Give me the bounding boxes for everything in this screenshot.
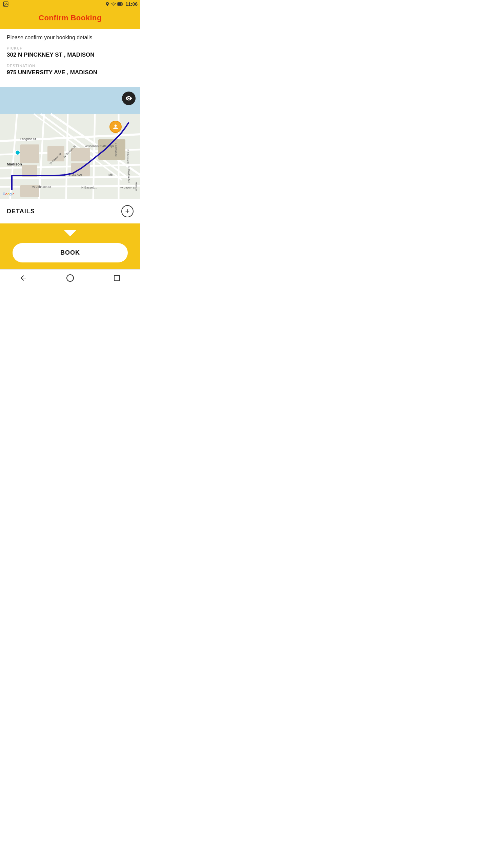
back-button[interactable]	[19, 273, 28, 283]
svg-rect-3	[118, 3, 122, 5]
status-bar-left	[3, 1, 9, 7]
destination-label: DESTINATION	[7, 64, 134, 68]
recents-icon	[113, 274, 121, 282]
svg-rect-22	[20, 144, 39, 163]
down-arrow-icon	[64, 230, 76, 236]
pickup-label: PICKUP	[7, 46, 134, 50]
svg-text:Main St: Main St	[135, 182, 138, 191]
map-eye-button[interactable]	[122, 92, 136, 105]
map-view: W Gilman St Langdon St W Gilman St W Gor…	[0, 87, 140, 199]
person-icon	[112, 123, 119, 130]
svg-text:M8: M8	[108, 173, 113, 176]
recents-button[interactable]	[112, 273, 122, 283]
home-icon	[66, 274, 74, 282]
svg-point-1	[4, 3, 5, 3]
svg-rect-23	[22, 165, 37, 177]
svg-rect-45	[114, 275, 120, 281]
svg-point-44	[67, 275, 74, 281]
details-section: DETAILS +	[0, 199, 140, 223]
destination-value: 975 UNIVERSITY AVE , MADISON	[7, 69, 134, 76]
svg-text:W Johnson St: W Johnson St	[32, 185, 52, 189]
svg-text:N Dayton Ave: N Dayton Ave	[127, 166, 130, 183]
bottom-area: BOOK	[0, 223, 140, 269]
google-logo: Google	[3, 192, 14, 196]
svg-text:N Bassett...: N Bassett...	[81, 186, 97, 189]
page-header: Confirm Booking	[0, 8, 140, 29]
status-bar-right: 11:06	[105, 1, 138, 7]
book-button[interactable]: BOOK	[13, 243, 128, 262]
battery-icon	[117, 2, 123, 6]
svg-rect-25	[71, 148, 90, 161]
svg-text:W Dayton St: W Dayton St	[120, 186, 136, 189]
map-svg: W Gilman St Langdon St W Gilman St W Gor…	[0, 87, 140, 199]
details-label: DETAILS	[7, 208, 35, 215]
booking-details: Please confirm your booking details PICK…	[0, 29, 140, 87]
pickup-value: 302 N PINCKNEY ST , MADISON	[7, 52, 134, 58]
back-icon	[19, 274, 27, 282]
details-expand-button[interactable]: +	[121, 205, 134, 217]
time-display: 11:06	[125, 1, 138, 7]
eye-icon	[125, 95, 132, 102]
wifi-icon	[111, 2, 116, 6]
svg-text:E Johnson St: E Johnson St	[127, 150, 129, 164]
pickup-section: PICKUP 302 N PINCKNEY ST , MADISON	[7, 46, 134, 58]
nav-bar	[0, 269, 140, 286]
status-bar: 11:06	[0, 0, 140, 8]
plus-icon: +	[125, 207, 130, 216]
svg-rect-4	[122, 4, 123, 5]
home-button[interactable]	[65, 273, 75, 283]
svg-text:Madison: Madison	[7, 162, 22, 166]
person-marker	[109, 121, 122, 133]
pickup-dot	[15, 150, 20, 155]
svg-text:Langdon St: Langdon St	[20, 137, 36, 141]
image-icon	[3, 1, 9, 7]
svg-text:Wisconsin State Capi...: Wisconsin State Capi...	[85, 144, 116, 148]
destination-section: DESTINATION 975 UNIVERSITY AVE , MADISON	[7, 64, 134, 76]
page-title: Confirm Booking	[0, 14, 140, 22]
location-pin-icon	[105, 2, 110, 6]
confirm-text: Please confirm your booking details	[7, 35, 134, 41]
